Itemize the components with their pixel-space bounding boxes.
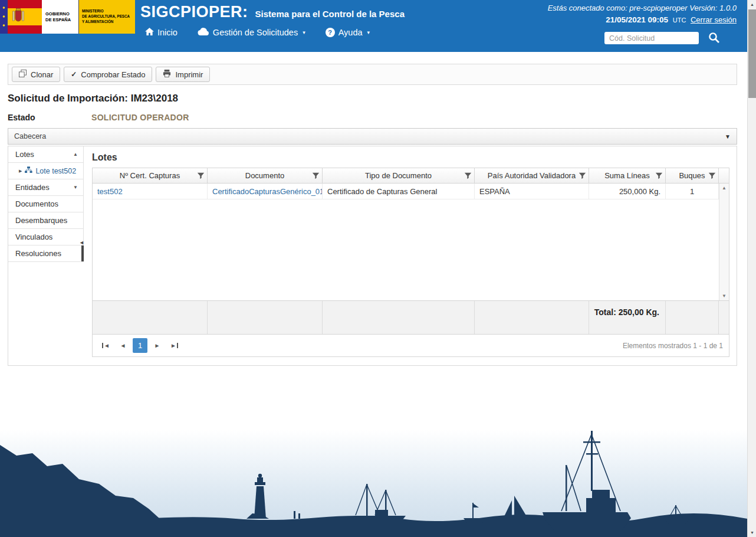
app-title: SIGCPIOPER:	[140, 3, 248, 21]
filter-icon[interactable]	[655, 172, 663, 181]
spain-flag	[8, 0, 42, 34]
check-icon: ✓	[71, 70, 77, 78]
spain-crest-icon	[12, 8, 24, 26]
sidebar-item-label: Vinculados	[15, 233, 52, 241]
nav-ayuda[interactable]: ? Ayuda ▾	[326, 28, 370, 37]
nav-inicio-label: Inicio	[157, 28, 178, 37]
footer-empty-cell	[666, 301, 719, 334]
pager-page-1-button[interactable]: 1	[133, 338, 147, 353]
buques-cell: 1	[666, 184, 719, 199]
pager-prev-button[interactable]: ◄	[116, 338, 130, 353]
column-header-label: Suma Líneas	[604, 171, 650, 180]
column-header-documento[interactable]: Documento	[208, 168, 323, 183]
cert-capturas-link[interactable]: test502	[97, 187, 123, 196]
clonar-label: Clonar	[31, 70, 53, 79]
help-icon: ?	[326, 28, 335, 37]
pager-first-button[interactable]: ◄	[98, 338, 113, 353]
column-header-cert-capturas[interactable]: Nº Cert. Capturas	[93, 168, 208, 183]
chevron-down-icon: ▼	[725, 133, 731, 140]
logout-link[interactable]: Cerrar sesión	[691, 15, 737, 24]
comprobar-estado-button[interactable]: ✓ Comprobar Estado	[64, 67, 152, 82]
filter-icon[interactable]	[312, 172, 320, 181]
eu-flag-strip	[0, 0, 8, 34]
cloud-icon	[198, 28, 209, 37]
home-icon	[145, 28, 154, 37]
session-info: Estás conectado como: pre-scpioperoper V…	[548, 2, 737, 26]
column-header-buques[interactable]: Buques	[666, 168, 719, 183]
sidebar-item-documentos[interactable]: Documentos	[8, 196, 84, 212]
comprobar-label: Comprobar Estado	[81, 70, 145, 79]
grid-scrollbar[interactable]: ▲ ▼	[719, 184, 729, 300]
imprimir-label: Imprimir	[175, 70, 203, 79]
sidebar-item-vinculados[interactable]: Vinculados	[8, 229, 84, 245]
splitter-grip[interactable]	[81, 245, 84, 261]
gobierno-logo: GOBIERNO DE ESPAÑA MINISTERIO DE AGRICUL…	[0, 0, 135, 34]
sitemap-icon	[25, 166, 32, 175]
cabecera-label: Cabecera	[14, 132, 46, 140]
filter-icon[interactable]	[197, 172, 205, 181]
scroll-up-icon[interactable]: ▲	[722, 185, 727, 191]
column-header-tipo-documento[interactable]: Tipo de Documento	[323, 168, 475, 183]
sidebar-item-label: Documentos	[15, 199, 58, 208]
nav-inicio[interactable]: Inicio	[145, 28, 178, 37]
browser-scrollbar[interactable]: ▲ ▼	[747, 0, 756, 537]
pager-info-text: Elementos mostrados 1 - 1 de 1	[623, 342, 723, 350]
expand-arrow-icon[interactable]: ▶	[19, 169, 22, 173]
caret-down-icon: ▾	[367, 30, 370, 35]
column-header-suma-lineas[interactable]: Suma Líneas	[589, 168, 666, 183]
column-header-pais-autoridad[interactable]: País Autoridad Validadora	[475, 168, 589, 183]
search-icon[interactable]	[708, 31, 720, 46]
sidebar-item-lote-test502[interactable]: ▶ Lote test502	[8, 163, 84, 179]
scroll-down-icon[interactable]: ▼	[722, 293, 727, 299]
chevron-up-icon: ▲	[73, 152, 78, 157]
gobierno-text: GOBIERNO DE ESPAÑA	[42, 0, 78, 34]
clone-icon	[19, 70, 27, 79]
grid-header-row: Nº Cert. Capturas Documento Tipo de Docu…	[93, 168, 729, 184]
column-header-label: Tipo de Documento	[365, 171, 432, 180]
detail-panel: Lotes ▲ ▶ Lote test502 Entidades ▼ Docum…	[8, 146, 737, 366]
nav-gestion-label: Gestión de Solicitudes	[213, 28, 298, 37]
table-row[interactable]: test502 CertificadoCapturasGenérico_01..…	[93, 184, 729, 199]
action-toolbar: Clonar ✓ Comprobar Estado Imprimir	[8, 64, 737, 85]
sidebar-item-lotes[interactable]: Lotes ▲	[8, 146, 84, 163]
sidebar-item-label: Entidades	[15, 183, 50, 192]
section-sidebar: Lotes ▲ ▶ Lote test502 Entidades ▼ Docum…	[8, 146, 84, 365]
footer-empty-cell	[93, 301, 208, 334]
footer-empty-cell	[208, 301, 323, 334]
footer-illustration	[0, 430, 747, 537]
cabecera-panel-header[interactable]: Cabecera ▼	[8, 128, 737, 145]
pais-cell: ESPAÑA	[475, 184, 589, 199]
filter-icon[interactable]	[708, 172, 716, 181]
nav-gestion-solicitudes[interactable]: Gestión de Solicitudes ▾	[198, 28, 305, 37]
timezone-text: UTC	[673, 17, 686, 24]
documento-link[interactable]: CertificadoCapturasGenérico_01...	[212, 187, 323, 196]
imprimir-button[interactable]: Imprimir	[156, 67, 210, 82]
scrollbar-thumb[interactable]	[748, 9, 756, 98]
clonar-button[interactable]: Clonar	[12, 67, 60, 82]
sidebar-item-desembarques[interactable]: Desembarques	[8, 212, 84, 229]
estado-label: Estado	[8, 113, 91, 122]
chevron-down-icon: ▼	[73, 185, 78, 190]
sidebar-item-entidades[interactable]: Entidades ▼	[8, 179, 84, 196]
filter-icon[interactable]	[464, 172, 472, 181]
footer-scrollbar-spacer	[719, 301, 729, 334]
pagination-bar: ◄ ◄ 1 ► ► Elementos mostrados 1 - 1 de 1	[93, 335, 729, 356]
grid-body: test502 CertificadoCapturasGenérico_01..…	[93, 184, 729, 301]
sidebar-item-label: Desembarques	[15, 216, 67, 225]
pager-last-button[interactable]: ►	[167, 338, 182, 353]
scrollbar-up-icon[interactable]: ▲	[748, 0, 756, 9]
app-title-block: SIGCPIOPER: Sistema para el Control de l…	[140, 3, 405, 21]
footer-empty-cell	[475, 301, 589, 334]
pager-next-button[interactable]: ►	[150, 338, 165, 353]
lotes-title: Lotes	[92, 152, 730, 163]
total-label: Total: 250,00 Kg.	[589, 301, 666, 334]
search-input[interactable]	[604, 32, 699, 44]
scrollbar-down-icon[interactable]: ▼	[748, 528, 756, 537]
splitter-collapse-icon[interactable]: ◄	[79, 240, 84, 245]
header-scrollbar-spacer	[719, 168, 729, 183]
filter-icon[interactable]	[578, 172, 586, 181]
sidebar-item-resoluciones[interactable]: Resoluciones	[8, 245, 84, 262]
footer-empty-cell	[323, 301, 475, 334]
nav-ayuda-label: Ayuda	[338, 28, 363, 37]
lotes-section: Lotes Nº Cert. Capturas Documento Tipo d…	[84, 146, 737, 365]
